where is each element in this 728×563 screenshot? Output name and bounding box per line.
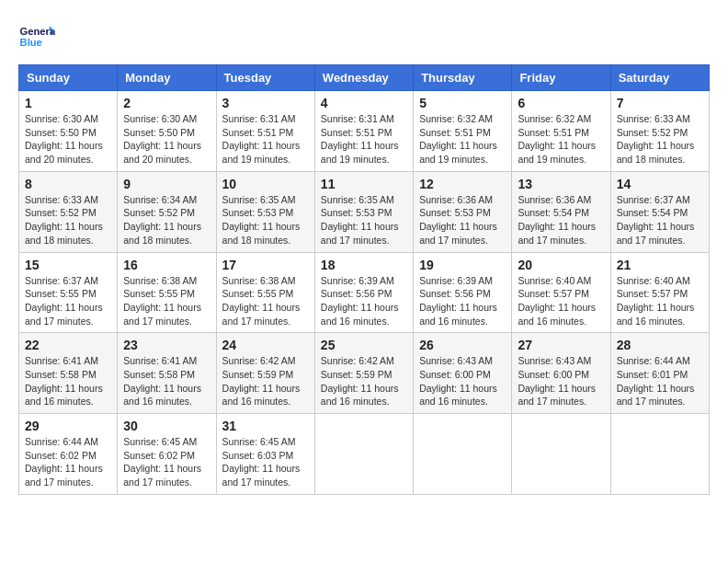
- day-number: 8: [25, 177, 111, 191]
- calendar-cell: 28Sunrise: 6:44 AM Sunset: 6:01 PM Dayli…: [610, 333, 709, 414]
- calendar-header-friday: Friday: [512, 65, 610, 91]
- day-number: 18: [321, 258, 407, 272]
- day-info: Sunrise: 6:37 AM Sunset: 5:55 PM Dayligh…: [25, 274, 111, 328]
- day-number: 11: [321, 177, 407, 191]
- day-info: Sunrise: 6:39 AM Sunset: 5:56 PM Dayligh…: [419, 274, 506, 328]
- day-number: 9: [123, 177, 210, 191]
- calendar-cell: [610, 414, 709, 495]
- page-header: General Blue: [18, 18, 710, 55]
- calendar-cell: 27Sunrise: 6:43 AM Sunset: 6:00 PM Dayli…: [512, 333, 610, 414]
- day-number: 20: [518, 258, 604, 272]
- day-info: Sunrise: 6:37 AM Sunset: 5:54 PM Dayligh…: [617, 193, 703, 247]
- day-number: 26: [419, 338, 506, 352]
- day-info: Sunrise: 6:44 AM Sunset: 6:01 PM Dayligh…: [617, 354, 703, 408]
- calendar-cell: 25Sunrise: 6:42 AM Sunset: 5:59 PM Dayli…: [314, 333, 413, 414]
- calendar-cell: [512, 414, 610, 495]
- calendar-cell: 29Sunrise: 6:44 AM Sunset: 6:02 PM Dayli…: [19, 414, 118, 495]
- day-number: 31: [222, 419, 309, 433]
- day-number: 2: [123, 96, 210, 110]
- calendar-cell: 23Sunrise: 6:41 AM Sunset: 5:58 PM Dayli…: [118, 333, 216, 414]
- day-info: Sunrise: 6:32 AM Sunset: 5:51 PM Dayligh…: [419, 112, 506, 167]
- calendar-cell: 7Sunrise: 6:33 AM Sunset: 5:52 PM Daylig…: [610, 91, 709, 172]
- svg-text:Blue: Blue: [20, 37, 42, 48]
- day-info: Sunrise: 6:32 AM Sunset: 5:51 PM Dayligh…: [518, 112, 604, 167]
- calendar-week-row: 8Sunrise: 6:33 AM Sunset: 5:52 PM Daylig…: [19, 171, 710, 252]
- calendar-cell: 1Sunrise: 6:30 AM Sunset: 5:50 PM Daylig…: [19, 91, 118, 172]
- logo: General Blue: [18, 18, 59, 55]
- day-info: Sunrise: 6:36 AM Sunset: 5:54 PM Dayligh…: [518, 193, 604, 247]
- calendar-cell: 13Sunrise: 6:36 AM Sunset: 5:54 PM Dayli…: [512, 171, 610, 252]
- calendar-header-row: SundayMondayTuesdayWednesdayThursdayFrid…: [19, 65, 710, 91]
- calendar-cell: 19Sunrise: 6:39 AM Sunset: 5:56 PM Dayli…: [414, 252, 512, 333]
- day-info: Sunrise: 6:38 AM Sunset: 5:55 PM Dayligh…: [123, 274, 210, 328]
- day-info: Sunrise: 6:33 AM Sunset: 5:52 PM Dayligh…: [617, 112, 703, 167]
- calendar-cell: 8Sunrise: 6:33 AM Sunset: 5:52 PM Daylig…: [19, 171, 118, 252]
- logo-icon: General Blue: [18, 18, 55, 55]
- calendar-header-wednesday: Wednesday: [314, 65, 413, 91]
- calendar-header-sunday: Sunday: [19, 65, 118, 91]
- day-number: 15: [25, 258, 111, 272]
- day-info: Sunrise: 6:35 AM Sunset: 5:53 PM Dayligh…: [222, 193, 309, 247]
- day-number: 25: [321, 338, 407, 352]
- calendar-cell: 30Sunrise: 6:45 AM Sunset: 6:02 PM Dayli…: [118, 414, 216, 495]
- calendar-header-thursday: Thursday: [414, 65, 512, 91]
- day-info: Sunrise: 6:43 AM Sunset: 6:00 PM Dayligh…: [518, 354, 604, 408]
- calendar-cell: 15Sunrise: 6:37 AM Sunset: 5:55 PM Dayli…: [19, 252, 118, 333]
- day-info: Sunrise: 6:43 AM Sunset: 6:00 PM Dayligh…: [419, 354, 506, 408]
- day-info: Sunrise: 6:30 AM Sunset: 5:50 PM Dayligh…: [25, 112, 111, 167]
- calendar-week-row: 1Sunrise: 6:30 AM Sunset: 5:50 PM Daylig…: [19, 91, 710, 172]
- calendar-cell: 2Sunrise: 6:30 AM Sunset: 5:50 PM Daylig…: [118, 91, 216, 172]
- day-info: Sunrise: 6:38 AM Sunset: 5:55 PM Dayligh…: [222, 274, 309, 328]
- calendar-week-row: 29Sunrise: 6:44 AM Sunset: 6:02 PM Dayli…: [19, 414, 710, 495]
- day-info: Sunrise: 6:31 AM Sunset: 5:51 PM Dayligh…: [321, 112, 407, 167]
- day-info: Sunrise: 6:33 AM Sunset: 5:52 PM Dayligh…: [25, 193, 111, 247]
- day-info: Sunrise: 6:45 AM Sunset: 6:02 PM Dayligh…: [123, 435, 210, 489]
- day-info: Sunrise: 6:34 AM Sunset: 5:52 PM Dayligh…: [123, 193, 210, 247]
- day-number: 7: [617, 96, 703, 110]
- day-number: 17: [222, 258, 309, 272]
- day-number: 1: [25, 96, 111, 110]
- calendar-header-saturday: Saturday: [610, 65, 709, 91]
- calendar-cell: 26Sunrise: 6:43 AM Sunset: 6:00 PM Dayli…: [414, 333, 512, 414]
- calendar-cell: 16Sunrise: 6:38 AM Sunset: 5:55 PM Dayli…: [118, 252, 216, 333]
- day-number: 12: [419, 177, 506, 191]
- calendar-cell: 21Sunrise: 6:40 AM Sunset: 5:57 PM Dayli…: [610, 252, 709, 333]
- day-number: 23: [123, 338, 210, 352]
- calendar-cell: 22Sunrise: 6:41 AM Sunset: 5:58 PM Dayli…: [19, 333, 118, 414]
- calendar-cell: 18Sunrise: 6:39 AM Sunset: 5:56 PM Dayli…: [314, 252, 413, 333]
- calendar-cell: 6Sunrise: 6:32 AM Sunset: 5:51 PM Daylig…: [512, 91, 610, 172]
- day-info: Sunrise: 6:36 AM Sunset: 5:53 PM Dayligh…: [419, 193, 506, 247]
- day-info: Sunrise: 6:45 AM Sunset: 6:03 PM Dayligh…: [222, 435, 309, 489]
- day-number: 14: [617, 177, 703, 191]
- calendar-cell: 24Sunrise: 6:42 AM Sunset: 5:59 PM Dayli…: [216, 333, 314, 414]
- calendar-cell: 14Sunrise: 6:37 AM Sunset: 5:54 PM Dayli…: [610, 171, 709, 252]
- calendar-cell: 31Sunrise: 6:45 AM Sunset: 6:03 PM Dayli…: [216, 414, 314, 495]
- day-info: Sunrise: 6:44 AM Sunset: 6:02 PM Dayligh…: [25, 435, 111, 489]
- calendar-cell: 3Sunrise: 6:31 AM Sunset: 5:51 PM Daylig…: [216, 91, 314, 172]
- day-info: Sunrise: 6:40 AM Sunset: 5:57 PM Dayligh…: [518, 274, 604, 328]
- calendar-header-tuesday: Tuesday: [216, 65, 314, 91]
- day-number: 27: [518, 338, 604, 352]
- day-number: 30: [123, 419, 210, 433]
- day-number: 3: [222, 96, 309, 110]
- day-number: 13: [518, 177, 604, 191]
- day-number: 4: [321, 96, 407, 110]
- calendar-table: SundayMondayTuesdayWednesdayThursdayFrid…: [18, 64, 710, 495]
- day-number: 6: [518, 96, 604, 110]
- day-number: 10: [222, 177, 309, 191]
- day-info: Sunrise: 6:35 AM Sunset: 5:53 PM Dayligh…: [321, 193, 407, 247]
- day-number: 19: [419, 258, 506, 272]
- calendar-cell: 5Sunrise: 6:32 AM Sunset: 5:51 PM Daylig…: [414, 91, 512, 172]
- day-number: 24: [222, 338, 309, 352]
- day-info: Sunrise: 6:41 AM Sunset: 5:58 PM Dayligh…: [25, 354, 111, 408]
- day-number: 22: [25, 338, 111, 352]
- day-number: 29: [25, 419, 111, 433]
- calendar-cell: 12Sunrise: 6:36 AM Sunset: 5:53 PM Dayli…: [414, 171, 512, 252]
- day-number: 5: [419, 96, 506, 110]
- day-info: Sunrise: 6:42 AM Sunset: 5:59 PM Dayligh…: [321, 354, 407, 408]
- calendar-cell: [414, 414, 512, 495]
- day-info: Sunrise: 6:41 AM Sunset: 5:58 PM Dayligh…: [123, 354, 210, 408]
- day-info: Sunrise: 6:30 AM Sunset: 5:50 PM Dayligh…: [123, 112, 210, 167]
- calendar-body: 1Sunrise: 6:30 AM Sunset: 5:50 PM Daylig…: [19, 91, 710, 495]
- calendar-header-monday: Monday: [118, 65, 216, 91]
